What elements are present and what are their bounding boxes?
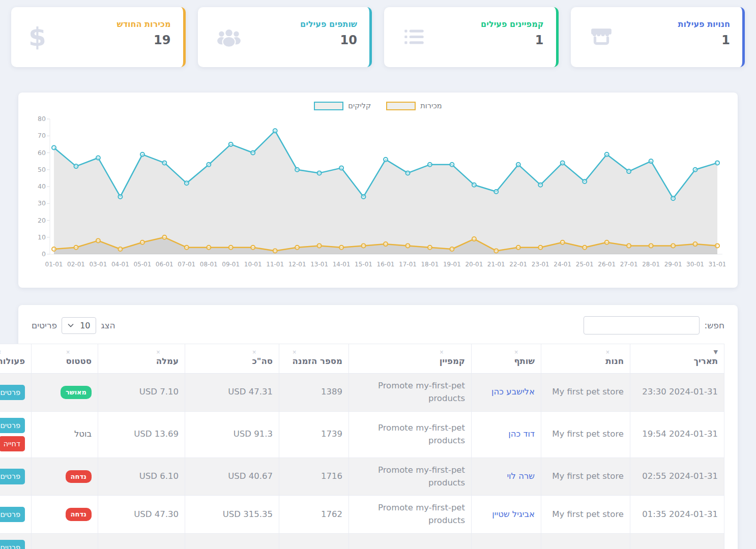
partner-link[interactable]: שרה לוי: [507, 471, 535, 481]
sort-icon: ×: [514, 348, 535, 356]
svg-text:27-01: 27-01: [620, 261, 638, 268]
column-header-partner[interactable]: ×שותף: [472, 344, 541, 374]
legend-swatch: [314, 102, 343, 110]
svg-text:09-01: 09-01: [222, 261, 240, 268]
svg-text:14-01: 14-01: [333, 261, 351, 268]
sort-icon: ×: [66, 348, 92, 356]
cell-campaign: [349, 533, 472, 549]
legend-swatch: [386, 102, 416, 110]
svg-text:03-01: 03-01: [89, 261, 107, 268]
stat-card-active-partners: שותפים פעילים10: [198, 7, 372, 67]
details-button[interactable]: פרטים: [0, 507, 25, 522]
stats-row: חנויות פעילות1קמפיינים פעילים1שותפים פעי…: [0, 0, 756, 67]
chart-canvas: 0102030405060708001-0102-0103-0104-0105-…: [31, 113, 725, 282]
partner-link[interactable]: דוד כהן: [508, 429, 535, 439]
svg-text:26-01: 26-01: [598, 261, 616, 268]
cell-total: USD 40.67: [185, 458, 279, 496]
table-header-row: ▼תאריך×חנות×שותף×קמפיין×מספר הזמנה×סה"כ×…: [0, 344, 724, 374]
cell-commission: USD 47.30: [98, 496, 185, 534]
cell-actions: פרטיםאישור: [0, 458, 32, 496]
svg-text:10: 10: [38, 233, 46, 241]
reject-button[interactable]: דחייה: [0, 436, 25, 451]
row-actions: פרטיםאישור: [0, 540, 25, 549]
legend-item: מכירות: [386, 102, 442, 110]
svg-text:08-01: 08-01: [200, 261, 218, 268]
details-button[interactable]: פרטים: [0, 540, 25, 549]
search-label: חפש:: [705, 320, 725, 330]
cell-order: 1389: [279, 374, 349, 412]
svg-text:29-01: 29-01: [664, 261, 682, 268]
store-icon: [588, 25, 615, 49]
status-badge: נדחה: [66, 508, 92, 521]
table-row: 2024-01-31 02:55My first pet storeשרה לו…: [0, 458, 724, 496]
table-controls: חפש: הצג 10 פריטים: [32, 316, 724, 334]
sort-icon: ×: [156, 348, 179, 356]
partner-link[interactable]: אלישבע כהן: [491, 387, 535, 396]
cell-partner: אלישבע כהן: [472, 374, 541, 412]
column-header-status[interactable]: ×סטטוס: [32, 344, 98, 374]
column-header-campaign[interactable]: ×קמפיין: [349, 344, 472, 374]
svg-text:12-01: 12-01: [288, 261, 306, 268]
details-button[interactable]: פרטים: [0, 385, 25, 400]
svg-text:20-01: 20-01: [465, 261, 483, 268]
column-header-actions[interactable]: ×פעולות: [0, 344, 32, 374]
legend-label: מכירות: [420, 102, 442, 110]
column-header-commission[interactable]: ×עמלה: [98, 344, 185, 374]
cell-partner: דוד כהן: [472, 411, 541, 458]
cell-commission: USD 6.10: [98, 458, 185, 496]
page-length-select[interactable]: 10: [62, 317, 96, 334]
cell-actions: פרטיםדחייה: [0, 374, 32, 412]
cell-actions: פרטיםאישורדחייה: [0, 411, 32, 458]
cell-total: [185, 533, 279, 549]
column-header-store[interactable]: ×חנות: [541, 344, 630, 374]
cell-date: 2024-01-31 01:35: [630, 496, 724, 534]
cell-store: [541, 533, 630, 549]
svg-text:23-01: 23-01: [532, 261, 549, 268]
cell-total: USD 91.3: [185, 411, 279, 458]
cell-total: USD 47.31: [185, 374, 279, 412]
length-prefix: הצג: [101, 320, 115, 330]
svg-text:50: 50: [38, 166, 46, 173]
cell-order: [279, 533, 349, 549]
column-label: שותף: [514, 356, 535, 366]
clicks-sales-chart: 0102030405060708001-0102-0103-0104-0105-…: [22, 112, 734, 284]
column-label: קמפיין: [440, 356, 465, 366]
svg-text:30: 30: [38, 199, 46, 207]
cell-store: My first pet store: [541, 411, 630, 458]
status-text: בוטל: [74, 429, 92, 439]
cell-date: 2024-01-31 19:54: [630, 411, 724, 458]
svg-text:28-01: 28-01: [642, 261, 660, 268]
cell-order: 1739: [279, 411, 349, 458]
column-header-date[interactable]: ▼תאריך: [630, 344, 724, 374]
cell-actions: פרטיםאישור: [0, 533, 32, 549]
svg-text:05-01: 05-01: [133, 261, 151, 268]
details-button[interactable]: פרטים: [0, 418, 25, 433]
column-label: פעולות: [0, 356, 25, 366]
orders-table: ▼תאריך×חנות×שותף×קמפיין×מספר הזמנה×סה"כ×…: [0, 344, 724, 549]
column-header-order[interactable]: ×מספר הזמנה: [279, 344, 349, 374]
svg-text:17-01: 17-01: [399, 261, 417, 268]
cell-actions: פרטיםאישור: [0, 496, 32, 534]
legend-item: קליקים: [314, 102, 371, 110]
table-search: חפש:: [584, 316, 725, 334]
search-input[interactable]: [584, 316, 700, 334]
cell-status: מאושר: [32, 374, 98, 412]
column-label: תאריך: [693, 356, 718, 366]
row-actions: פרטיםאישור: [0, 469, 25, 484]
svg-text:01-01: 01-01: [45, 261, 63, 268]
cell-date: 2024-01-31 02:55: [630, 458, 724, 496]
length-value: 10: [80, 321, 90, 330]
column-label: חנות: [605, 356, 624, 366]
sort-icon: ×: [252, 348, 273, 356]
column-label: סה"כ: [252, 356, 273, 366]
page-length-control: הצג 10 פריטים: [32, 317, 115, 334]
table-body: 2024-01-31 23:30My first pet storeאלישבע…: [0, 374, 724, 549]
svg-text:20: 20: [38, 217, 46, 224]
table-row: 2024-01-31 19:54My first pet storeדוד כה…: [0, 411, 724, 458]
details-button[interactable]: פרטים: [0, 469, 25, 484]
cell-campaign: Promote my-first-pet products: [349, 496, 472, 534]
dollar-icon: $: [28, 24, 46, 50]
partner-link[interactable]: אביגיל שטיין: [492, 509, 535, 519]
svg-text:13-01: 13-01: [310, 261, 328, 268]
column-header-total[interactable]: ×סה"כ: [185, 344, 279, 374]
